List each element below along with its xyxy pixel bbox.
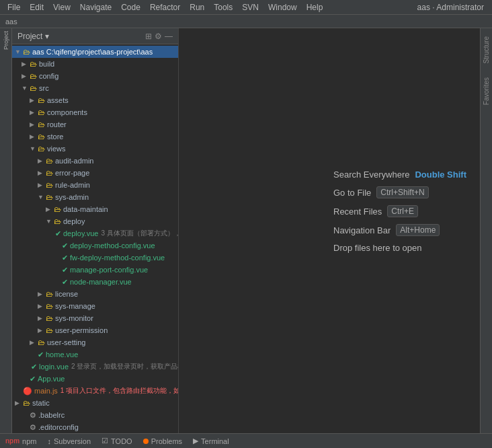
folder-icon: 🗁	[46, 193, 53, 201]
main-js-comment: 1 项目入口文件，包含路由拦截功能，如果没有登录，则拦截到登录页	[60, 386, 178, 396]
right-sidebar: Structure Favorites	[480, 28, 492, 433]
favorites-tab[interactable]: Favorites	[483, 77, 490, 105]
tree-item-store[interactable]: ▶ 🗁 store	[12, 130, 178, 143]
user-info: aas · Administrator	[417, 3, 489, 12]
tree-item-sys-monitor[interactable]: ▶ 🗁 sys-monitor	[12, 312, 178, 324]
tree-item-user-permission[interactable]: ▶ 🗁 user-permission	[12, 324, 178, 336]
tree-item-user-setting[interactable]: ▶ 🗁 user-setting	[12, 336, 178, 348]
tree-item-deploy-method[interactable]: ✔ deploy-method-config.vue	[12, 239, 178, 252]
tree-item-editorconfig[interactable]: ⚙ .editorconfig	[12, 421, 178, 433]
npm-button[interactable]: npm npm	[5, 437, 37, 445]
tree-item-sys-manage[interactable]: ▶ 🗁 sys-manage	[12, 300, 178, 312]
arrow-icon: ▼	[15, 48, 22, 55]
menu-item-svn[interactable]: SVN	[237, 1, 263, 13]
goto-file-label: Go to File	[333, 188, 371, 198]
terminal-button[interactable]: ▶ Terminal	[193, 437, 229, 445]
tree-label: fw-deploy-method-config.vue	[70, 254, 165, 262]
menu-item-code[interactable]: Code	[116, 1, 145, 13]
problems-button[interactable]: Problems	[143, 437, 182, 445]
search-everywhere-row: Search Everywhere Double Shift	[333, 170, 466, 180]
tree-item-babelrc[interactable]: ⚙ .babelrc	[12, 409, 178, 421]
tree-item-deploy-vue[interactable]: ✔ deploy.vue 3 具体页面（部署方式），包含教率和防火墙的功能，通过…	[12, 227, 178, 239]
project-panel-title: Project ▾	[17, 32, 145, 41]
bottom-bar: npm npm ↕ Subversion ☑ TODO Problems ▶ T…	[0, 433, 492, 448]
tree-label: .babelrc	[38, 411, 65, 419]
title-bar: aas	[0, 15, 492, 28]
locate-icon[interactable]: ⊞	[145, 32, 152, 41]
tree-item-manage-port[interactable]: ✔ manage-port-config.vue	[12, 264, 178, 276]
tree-item-views[interactable]: ▼ 🗁 views	[12, 143, 178, 155]
folder-icon: 🗁	[23, 48, 30, 56]
search-everywhere-label: Search Everywhere	[333, 170, 409, 180]
deploy-vue-comment: 3 具体页面（部署方式），包含教率和防火墙的功能，通过页面内的逻辑判断确定当前的…	[101, 229, 178, 238]
vue-icon: ✔	[55, 229, 61, 238]
vue-icon: ✔	[62, 241, 68, 250]
tree-item-build[interactable]: ▶ 🗁 build	[12, 58, 178, 70]
project-tab-icon[interactable]: Project	[1, 31, 11, 50]
tree-label: components	[47, 108, 87, 116]
tree-label: deploy-method-config.vue	[70, 241, 155, 250]
tree-item-fw-deploy[interactable]: ✔ fw-deploy-method-config.vue	[12, 252, 178, 264]
tree-item-components[interactable]: ▶ 🗁 components	[12, 106, 178, 118]
search-popup: Search Everywhere Double Shift Go to Fil…	[333, 163, 466, 266]
tree-label: user-permission	[55, 326, 108, 334]
folder-icon: 🗁	[46, 157, 53, 165]
folder-icon: 🗁	[54, 217, 61, 225]
menu-item-run[interactable]: Run	[185, 1, 209, 13]
tree-item-login-vue[interactable]: ✔ login.vue 2 登录页，加载登录页时，获取产品模式保存起来	[12, 361, 178, 373]
tree-item-config[interactable]: ▶ 🗁 config	[12, 70, 178, 82]
vue-icon: ✔	[62, 278, 68, 287]
folder-icon: 🗁	[38, 133, 45, 141]
tree-item-main-js[interactable]: 🔴 main.js 1 项目入口文件，包含路由拦截功能，如果没有登录，则拦截到登…	[12, 385, 178, 397]
tree-item-sys-admin[interactable]: ▼ 🗁 sys-admin	[12, 191, 178, 203]
tree-item-aas-root[interactable]: ▼ 🗁 aas C:\qifeng\project\aas-project\aa…	[12, 46, 178, 58]
tree-label: sys-monitor	[55, 314, 93, 322]
structure-tab[interactable]: Structure	[483, 36, 490, 64]
tree-item-home-vue[interactable]: ✔ home.vue	[12, 348, 178, 361]
tree-item-rule-admin[interactable]: ▶ 🗁 rule-admin	[12, 179, 178, 191]
tree-item-static[interactable]: ▶ 🗁 static	[12, 397, 178, 409]
tree-label: assets	[47, 96, 69, 104]
tree-item-error-page[interactable]: ▶ 🗁 error-page	[12, 167, 178, 179]
menu-item-help[interactable]: Help	[302, 1, 328, 13]
tree-label: views	[47, 145, 66, 153]
folder-icon: 🗁	[30, 72, 37, 80]
tree-item-license[interactable]: ▶ 🗁 license	[12, 288, 178, 300]
arrow-icon: ▶	[30, 133, 36, 140]
menu-item-refactor[interactable]: Refactor	[145, 1, 185, 13]
js-icon: 🔴	[23, 387, 32, 396]
folder-icon: 🗁	[38, 96, 45, 104]
arrow-icon: ▼	[46, 218, 52, 225]
folder-icon: 🗁	[54, 205, 61, 213]
tree-item-src[interactable]: ▼ 🗁 src	[12, 82, 178, 94]
vue-icon: ✔	[62, 254, 68, 262]
tree-item-node-manager[interactable]: ✔ node-manager.vue	[12, 276, 178, 288]
folder-icon: 🗁	[30, 60, 37, 68]
subversion-button[interactable]: ↕ Subversion	[48, 437, 91, 445]
project-header: Project ▾ ⊞ ⚙ —	[12, 28, 178, 44]
arrow-icon: ▶	[22, 61, 28, 67]
menu-item-window[interactable]: Window	[263, 1, 302, 13]
menu-item-tools[interactable]: Tools	[209, 1, 237, 13]
arrow-icon: ▶	[30, 339, 36, 346]
tree-item-data-maintain[interactable]: ▶ 🗁 data-maintain	[12, 203, 178, 215]
settings-icon[interactable]: ⚙	[155, 32, 162, 41]
tree-item-router[interactable]: ▶ 🗁 router	[12, 118, 178, 130]
folder-icon: 🗁	[38, 108, 45, 116]
menu-item-navigate[interactable]: Navigate	[75, 1, 116, 13]
close-icon[interactable]: —	[165, 32, 173, 41]
problems-dot	[143, 439, 149, 444]
npm-icon: npm	[5, 437, 19, 445]
tree-item-assets[interactable]: ▶ 🗁 assets	[12, 94, 178, 106]
tree-item-app-vue[interactable]: ✔ App.vue	[12, 373, 178, 385]
tree-item-audit-admin[interactable]: ▶ 🗁 audit-admin	[12, 155, 178, 167]
arrow-icon: ▶	[30, 97, 36, 104]
tree-label: manage-port-config.vue	[70, 266, 148, 274]
menu-item-view[interactable]: View	[48, 1, 75, 13]
menu-item-edit[interactable]: Edit	[25, 1, 48, 13]
menu-item-file[interactable]: File	[3, 1, 25, 13]
todo-button[interactable]: ☑ TODO	[101, 437, 132, 445]
todo-label: TODO	[111, 437, 132, 445]
tree-item-deploy[interactable]: ▼ 🗁 deploy	[12, 215, 178, 227]
tree-label: App.vue	[38, 375, 65, 383]
